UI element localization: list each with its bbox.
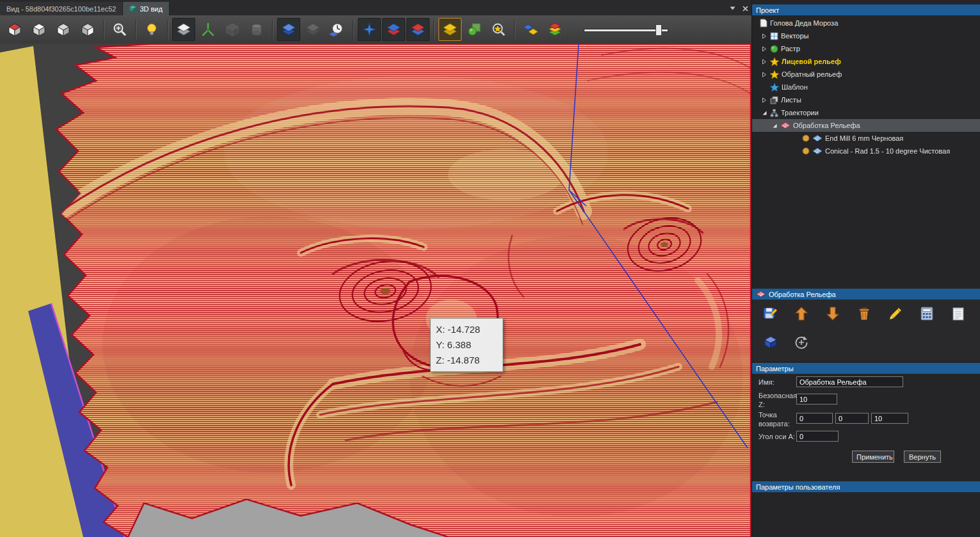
diamond-blue-yellow-button[interactable] (519, 18, 542, 41)
toolbar-separator (272, 20, 273, 39)
find-layer-button[interactable] (487, 18, 510, 41)
material-gray-button[interactable] (301, 18, 325, 41)
tree-item-template[interactable]: Шаблон (752, 81, 980, 93)
star-yellow-icon (770, 58, 779, 66)
machining-hatch-icon (756, 291, 766, 298)
expand-collapsed-icon[interactable] (761, 33, 767, 39)
light-toggle-button[interactable] (140, 18, 163, 41)
expand-collapsed-icon[interactable] (761, 97, 767, 103)
delete-toolpath-button[interactable] (853, 302, 875, 325)
machining-toolbar-row2 (759, 331, 812, 353)
machining-hatch-icon (780, 122, 791, 129)
clock-icon (330, 22, 345, 37)
active-layer-button[interactable] (438, 18, 462, 41)
return-z-input[interactable] (871, 413, 908, 424)
tree-item-model[interactable]: Голова Деда Мороза (752, 17, 980, 29)
relief-view-button[interactable] (172, 18, 195, 41)
expand-collapsed-icon[interactable] (761, 72, 767, 77)
name-input[interactable] (796, 376, 903, 387)
raster-sphere-button[interactable] (463, 18, 486, 41)
save-toolpath-button[interactable] (759, 302, 781, 325)
layers-red-green-yellow-icon (547, 22, 563, 37)
parameters-panel-header: Параметры (752, 363, 980, 374)
calculate-button[interactable] (915, 302, 938, 325)
move-up-button[interactable] (790, 302, 812, 325)
front-view-icon (31, 22, 47, 37)
expand-expanded-icon[interactable] (761, 110, 767, 116)
axes-icon (200, 22, 216, 37)
tree-item-back-relief[interactable]: Обратный рельеф (752, 68, 980, 81)
revert-button[interactable]: Вернуть (904, 451, 941, 463)
toolbar-separator (135, 20, 136, 39)
tree-item-relief-machining[interactable]: Обработка Рельефа (752, 119, 980, 132)
caret-down-icon (730, 6, 735, 10)
layers-red-blue-icon (410, 22, 426, 37)
tree-item-front-relief[interactable]: Лицевой рельеф (752, 55, 980, 68)
transform-toolpath-button[interactable] (790, 331, 812, 353)
axes-toggle-button[interactable] (197, 18, 220, 41)
raster-icon (770, 45, 778, 53)
all-layers-button[interactable] (543, 18, 566, 41)
3d-view-icon (129, 5, 136, 12)
tab-2d-view[interactable]: Вид - 58d804f30265c100be11ec52 (0, 2, 123, 15)
trash-icon (856, 305, 872, 322)
layers-red-blue-button[interactable] (406, 18, 430, 41)
tree-item-label: Обратный рельеф (782, 70, 842, 78)
right-view-button[interactable] (76, 18, 99, 41)
material-layers-blue-icon (281, 22, 296, 37)
name-label: Имя: (759, 378, 774, 387)
pencil-icon (887, 305, 904, 322)
machining-toolbar-row1 (759, 302, 969, 325)
coord-y: Y: 6.388 (436, 337, 497, 353)
edit-toolpath-button[interactable] (884, 302, 906, 325)
expand-expanded-icon[interactable] (771, 123, 778, 129)
user-parameters-panel-title: Параметры пользователя (756, 483, 840, 491)
expand-collapsed-icon[interactable] (761, 46, 767, 52)
layers-blue-red-icon (386, 22, 401, 37)
cylinder-view-button[interactable] (245, 18, 268, 41)
simulation-time-button[interactable] (326, 18, 349, 41)
toolpaths-icon (770, 109, 778, 117)
3d-viewport[interactable]: X: -14.728 Y: 6.388 Z: -14.878 (0, 44, 751, 537)
lightbulb-icon (144, 22, 159, 37)
return-y-input[interactable] (835, 413, 869, 424)
tab-3d-view[interactable]: 3D вид (123, 2, 170, 15)
return-point-label: Точка возврата: (759, 411, 792, 429)
tree-item-sheets[interactable]: Листы (752, 93, 980, 106)
shade-slider[interactable] (584, 23, 668, 36)
toolpath-hatch-icon (812, 147, 823, 155)
tree-item-raster[interactable]: Растр (752, 42, 980, 55)
coord-x: X: -14.728 (436, 322, 497, 337)
tree-item-label: Шаблон (782, 83, 808, 91)
machining-panel-header: Обработка Рельефа (752, 289, 980, 300)
apply-button[interactable]: Применить (852, 451, 894, 463)
zoom-in-button[interactable] (108, 18, 131, 41)
close-icon (743, 6, 748, 12)
tree-item-label: Лицевой рельеф (782, 58, 841, 65)
iso-view-button[interactable] (3, 18, 26, 41)
move-down-button[interactable] (821, 302, 844, 325)
tree-item-vectors[interactable]: Векторы (752, 29, 980, 42)
block-view-button[interactable] (221, 18, 244, 41)
close-view-button[interactable] (739, 3, 751, 14)
tree-item-conical-finishing[interactable]: Conical - Rad 1.5 - 10 degree Чистовая (752, 145, 980, 157)
simulate-block-icon (762, 334, 778, 351)
tree-item-endmill-roughing[interactable]: End Mill 6 mm Черновая (752, 132, 980, 145)
tree-item-label: Conical - Rad 1.5 - 10 degree Чистовая (825, 147, 950, 155)
front-view-button[interactable] (28, 18, 51, 41)
sparkle-toggle-button[interactable] (358, 18, 381, 41)
expand-collapsed-icon[interactable] (761, 59, 767, 65)
toolbar-separator (103, 20, 104, 39)
tab-list-button[interactable] (726, 3, 739, 14)
layers-blue-red-button[interactable] (382, 18, 405, 41)
tree-item-label: Растр (781, 45, 800, 52)
safe-z-input[interactable] (796, 394, 837, 405)
simulate-toolpath-button[interactable] (759, 331, 781, 353)
material-blue-button[interactable] (277, 18, 300, 41)
slider-handle[interactable] (655, 24, 662, 36)
left-view-button[interactable] (52, 18, 75, 41)
notes-button[interactable] (947, 302, 969, 325)
a-angle-input[interactable] (796, 431, 839, 442)
return-x-input[interactable] (796, 413, 833, 424)
tree-item-toolpaths[interactable]: Траектории (752, 106, 980, 119)
